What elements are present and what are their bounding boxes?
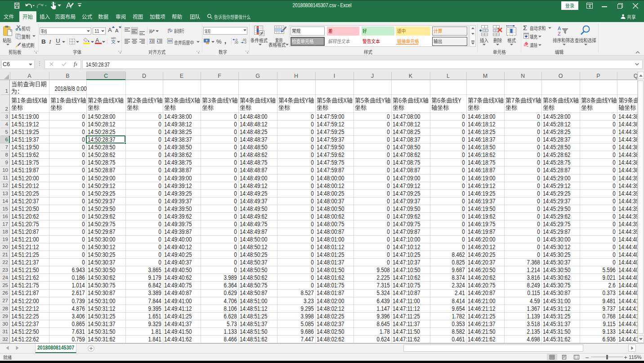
svg-text:A: A (558, 26, 561, 31)
svg-text:.00: .00 (234, 41, 238, 44)
svg-text:Z: Z (558, 31, 561, 36)
svg-text:.0: .0 (244, 41, 247, 44)
